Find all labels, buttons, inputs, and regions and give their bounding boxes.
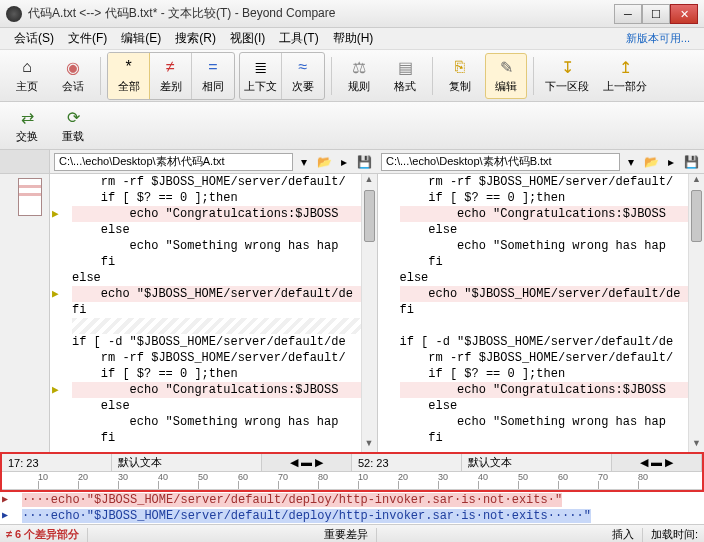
- left-mode: 默认文本: [112, 454, 262, 471]
- code-line[interactable]: if [ $? == 0 ];then: [400, 190, 705, 206]
- ruler-ticks: 10203040506070801020304050607080: [2, 472, 702, 490]
- edit-button[interactable]: ✎编辑: [485, 53, 527, 99]
- minimize-button[interactable]: ─: [614, 4, 642, 24]
- code-line[interactable]: fi: [72, 302, 377, 318]
- right-hscroll[interactable]: ◀ ▬ ▶: [612, 454, 702, 471]
- code-line[interactable]: echo "Something wrong has hap: [400, 414, 705, 430]
- diff-line-left: ▶····echo·"$JBOSS_HOME/server/default/de…: [0, 492, 704, 508]
- code-line[interactable]: else: [72, 398, 377, 414]
- rules-button[interactable]: ⚖规则: [338, 53, 380, 99]
- show-same-button[interactable]: =相同: [192, 53, 234, 99]
- update-link[interactable]: 新版本可用...: [620, 29, 696, 48]
- code-line[interactable]: else: [400, 222, 705, 238]
- code-line[interactable]: rm -rf $JBOSS_HOME/server/default/: [72, 174, 377, 190]
- menu-view[interactable]: 视图(I): [224, 28, 271, 49]
- home-button[interactable]: ⌂主页: [6, 53, 48, 99]
- code-line[interactable]: ▶ echo "$JBOSS_HOME/server/default/de: [72, 286, 377, 302]
- format-icon: ▤: [395, 57, 415, 77]
- toolbar-separator: [100, 57, 101, 95]
- show-all-button[interactable]: *全部: [108, 53, 150, 99]
- prev-icon: ↥: [615, 57, 635, 77]
- prev-part-button[interactable]: ↥上一部分: [598, 53, 652, 99]
- all-icon: *: [119, 57, 139, 77]
- code-line[interactable]: if [ $? == 0 ];then: [400, 366, 705, 382]
- code-line[interactable]: rm -rf $JBOSS_HOME/server/default/: [400, 174, 705, 190]
- diff-arrow-icon: ▶: [52, 382, 68, 398]
- menu-edit[interactable]: 编辑(E): [115, 28, 167, 49]
- left-browse-icon[interactable]: ▸: [335, 153, 353, 171]
- left-path-input[interactable]: [54, 153, 293, 171]
- code-line[interactable]: else: [400, 270, 705, 286]
- right-cursor-pos: 52: 23: [352, 454, 462, 471]
- right-pane[interactable]: rm -rf $JBOSS_HOME/server/default/ if [ …: [378, 174, 705, 452]
- code-line[interactable]: [72, 318, 377, 334]
- same-icon: =: [203, 57, 223, 77]
- context-button[interactable]: ≣上下文: [240, 53, 282, 99]
- right-save-icon[interactable]: 💾: [682, 153, 700, 171]
- thumbnail-gutter[interactable]: [0, 174, 50, 452]
- close-button[interactable]: ✕: [670, 4, 698, 24]
- menu-session[interactable]: 会话(S): [8, 28, 60, 49]
- left-dropdown[interactable]: ▾: [295, 153, 313, 171]
- thumbnail-view[interactable]: [18, 178, 42, 216]
- left-pane[interactable]: rm -rf $JBOSS_HOME/server/default/ if [ …: [50, 174, 378, 452]
- code-line[interactable]: else: [72, 270, 377, 286]
- reload-button[interactable]: ⟳重载: [52, 103, 94, 149]
- right-dropdown[interactable]: ▾: [622, 153, 640, 171]
- format-button[interactable]: ▤格式: [384, 53, 426, 99]
- code-line[interactable]: rm -rf $JBOSS_HOME/server/default/: [72, 350, 377, 366]
- right-browse-icon[interactable]: ▸: [662, 153, 680, 171]
- code-line[interactable]: echo "Something wrong has hap: [72, 238, 377, 254]
- maximize-button[interactable]: ☐: [642, 4, 670, 24]
- code-line[interactable]: else: [72, 222, 377, 238]
- left-save-icon[interactable]: 💾: [355, 153, 373, 171]
- main-toolbar: ⌂主页 ◉会话 *全部 ≠差别 =相同 ≣上下文 ≈次要 ⚖规则 ▤格式 ⎘复制…: [0, 50, 704, 102]
- rules-icon: ⚖: [349, 57, 369, 77]
- code-line[interactable]: echo "$JBOSS_HOME/server/default/de: [400, 286, 705, 302]
- right-path-input[interactable]: [381, 153, 620, 171]
- left-hscroll[interactable]: ◀ ▬ ▶: [262, 454, 352, 471]
- next-section-button[interactable]: ↧下一区段: [540, 53, 594, 99]
- diff-arrow-icon: ▶: [52, 286, 68, 302]
- secondary-toolbar: ⇄交换 ⟳重载: [0, 102, 704, 150]
- code-line[interactable]: echo "Something wrong has hap: [400, 238, 705, 254]
- show-diff-button[interactable]: ≠差别: [150, 53, 192, 99]
- diff-arrow-icon: ▶: [52, 206, 68, 222]
- right-open-icon[interactable]: 📂: [642, 153, 660, 171]
- code-line[interactable]: [400, 318, 705, 334]
- minor-button[interactable]: ≈次要: [282, 53, 324, 99]
- status-bar: ≠ 6 个差异部分 重要差异 插入 加载时间:: [0, 524, 704, 542]
- code-line[interactable]: echo "Congratulcations:$JBOSS: [400, 382, 705, 398]
- major-diff-label: 重要差异: [324, 527, 368, 542]
- code-line[interactable]: rm -rf $JBOSS_HOME/server/default/: [400, 350, 705, 366]
- code-line[interactable]: echo "Something wrong has hap: [72, 414, 377, 430]
- code-line[interactable]: echo "Congratulcations:$JBOSS: [400, 206, 705, 222]
- code-line[interactable]: ▶ echo "Congratulcations:$JBOSS: [72, 206, 377, 222]
- left-arrow-icon: ▶: [2, 492, 8, 508]
- side-tab[interactable]: [0, 150, 50, 173]
- code-line[interactable]: if [ -d "$JBOSS_HOME/server/default/de: [72, 334, 377, 350]
- code-line[interactable]: fi: [400, 430, 705, 446]
- code-line[interactable]: ▶ echo "Congratulcations:$JBOSS: [72, 382, 377, 398]
- window-title: 代码A.txt <--> 代码B.txt* - 文本比较(T) - Beyond…: [28, 5, 614, 22]
- session-button[interactable]: ◉会话: [52, 53, 94, 99]
- code-line[interactable]: fi: [400, 254, 705, 270]
- diff-line-right: ▶····echo·"$JBOSS_HOME/server/default/de…: [0, 508, 704, 524]
- code-line[interactable]: if [ $? == 0 ];then: [72, 190, 377, 206]
- menu-file[interactable]: 文件(F): [62, 28, 113, 49]
- left-scrollbar[interactable]: ▲▼: [361, 174, 377, 452]
- left-open-icon[interactable]: 📂: [315, 153, 333, 171]
- right-scrollbar[interactable]: ▲▼: [688, 174, 704, 452]
- code-line[interactable]: if [ $? == 0 ];then: [72, 366, 377, 382]
- left-cursor-pos: 17: 23: [2, 454, 112, 471]
- code-line[interactable]: else: [400, 398, 705, 414]
- code-line[interactable]: fi: [72, 430, 377, 446]
- swap-button[interactable]: ⇄交换: [6, 103, 48, 149]
- code-line[interactable]: fi: [72, 254, 377, 270]
- code-line[interactable]: fi: [400, 302, 705, 318]
- menu-tools[interactable]: 工具(T): [273, 28, 324, 49]
- menu-search[interactable]: 搜索(R): [169, 28, 222, 49]
- menu-help[interactable]: 帮助(H): [327, 28, 380, 49]
- copy-button[interactable]: ⎘复制: [439, 53, 481, 99]
- code-line[interactable]: if [ -d "$JBOSS_HOME/server/default/de: [400, 334, 705, 350]
